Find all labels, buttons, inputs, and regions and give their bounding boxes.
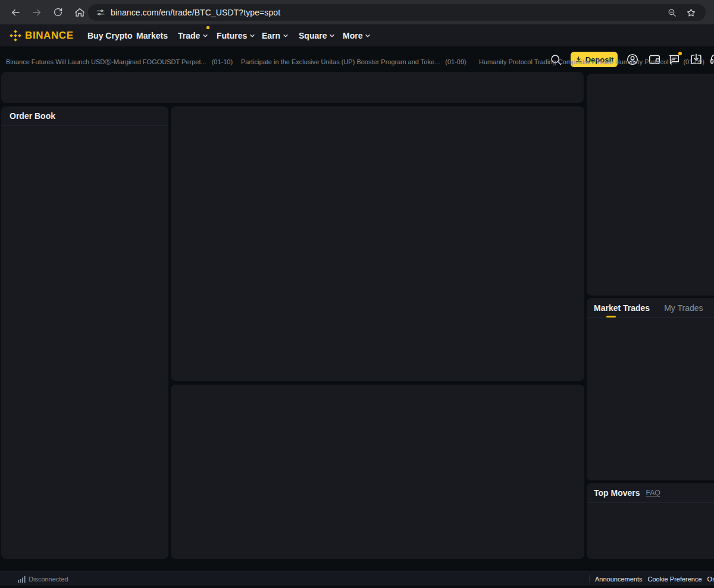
chart-panel (171, 106, 584, 381)
order-form-panel (171, 385, 584, 559)
home-icon[interactable] (72, 5, 87, 20)
footer-links: Announcements Cookie Preference Online (589, 571, 714, 586)
order-book-header: Order Book (1, 106, 168, 126)
nav-buy-crypto[interactable]: Buy Crypto (87, 24, 132, 46)
chevron-down-icon (365, 33, 371, 39)
chevron-down-icon (283, 33, 289, 39)
chevron-down-icon (329, 33, 335, 39)
pair-list-panel (587, 74, 714, 295)
trade-notification-dot (206, 26, 209, 29)
chevron-down-icon (202, 33, 208, 39)
nav-more[interactable]: More (343, 24, 371, 46)
top-movers-panel: Top Movers FAQ (587, 483, 714, 559)
connection-status: Disconnected (18, 571, 68, 586)
zoom-indicator-icon[interactable] (667, 8, 677, 18)
screen: binance.com/en/trade/BTC_USDT?type=spot … (0, 0, 714, 588)
site-header: BINANCE Buy Crypto Markets Trade Futures… (0, 24, 714, 46)
signal-bars-icon (18, 576, 26, 583)
chat-notification-dot (678, 52, 682, 55)
binance-logo[interactable]: BINANCE (10, 24, 74, 46)
trades-panel: Market Trades My Trades (587, 298, 714, 480)
chevron-down-icon (249, 33, 255, 39)
announcement-item[interactable]: Participate in the Exclusive Unitas (UP)… (241, 58, 466, 66)
site-settings-icon[interactable] (96, 8, 105, 17)
active-tab-underline (606, 316, 616, 317)
url-text[interactable]: binance.com/en/trade/BTC_USDT?type=spot (111, 8, 280, 17)
connection-status-text: Disconnected (29, 576, 68, 583)
address-bar[interactable]: binance.com/en/trade/BTC_USDT?type=spot (88, 4, 706, 21)
nav-markets[interactable]: Markets (136, 24, 168, 46)
footer-divider (589, 575, 590, 583)
nav-futures[interactable]: Futures (217, 24, 255, 46)
announcement-item[interactable]: Binance Futures Will Launch USDⓈ-Margine… (6, 58, 233, 66)
headset-icon[interactable] (709, 53, 714, 66)
announcement-item[interactable]: Humanity Protocol Trading Competition: T… (479, 58, 704, 66)
nav-square[interactable]: Square (299, 24, 335, 46)
top-movers-header: Top Movers FAQ (587, 483, 714, 503)
faq-link[interactable]: FAQ (646, 489, 660, 497)
nav-earn[interactable]: Earn (262, 24, 289, 46)
nav-trade[interactable]: Trade (178, 24, 208, 46)
footer-link-announcements[interactable]: Announcements (595, 576, 643, 583)
ticker-info-panel (1, 72, 584, 103)
footer-link-online[interactable]: Online (707, 576, 714, 583)
footer-link-cookie-preference[interactable]: Cookie Preference (648, 576, 702, 583)
order-book-panel: Order Book (1, 106, 168, 559)
status-bar: Disconnected Announcements Cookie Prefer… (0, 571, 714, 586)
bookmark-star-icon[interactable] (686, 8, 696, 18)
reload-icon[interactable] (51, 5, 65, 20)
tab-market-trades[interactable]: Market Trades (594, 298, 650, 318)
forward-icon[interactable] (29, 5, 44, 20)
binance-logo-icon (10, 30, 21, 42)
browser-toolbar: binance.com/en/trade/BTC_USDT?type=spot (0, 0, 714, 24)
trades-tabs: Market Trades My Trades (587, 298, 714, 318)
tab-my-trades[interactable]: My Trades (664, 298, 703, 318)
order-book-title: Order Book (10, 111, 55, 121)
logo-text: BINANCE (25, 30, 74, 42)
top-movers-title: Top Movers (594, 488, 640, 498)
back-icon[interactable] (8, 5, 23, 20)
